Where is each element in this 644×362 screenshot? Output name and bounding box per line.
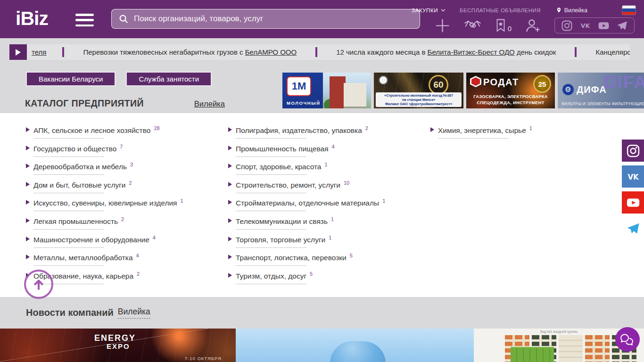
category-item[interactable]: Транспорт, логистика, перевозки5 xyxy=(228,253,426,271)
category-label[interactable]: Транспорт, логистика, перевозки xyxy=(236,254,347,262)
category-item[interactable]: Химия, энергетика, сырье1 xyxy=(430,125,628,144)
language-flag-ru[interactable] xyxy=(622,6,636,15)
category-label[interactable]: Химия, энергетика, сырье xyxy=(438,126,526,134)
search-input[interactable] xyxy=(134,14,413,24)
instagram-icon[interactable] xyxy=(561,20,573,32)
ticker-link[interactable]: БелАМРО ООО xyxy=(245,48,297,56)
category-count: 4 xyxy=(332,144,335,149)
category-item[interactable]: Деревообработка и мебель3 xyxy=(26,162,224,180)
category-label[interactable]: Торговля, торговые услуги xyxy=(236,236,325,244)
event-date: 7-10 ОКТЯБРЯ xyxy=(185,356,222,361)
category-item[interactable]: Полиграфия, издательство, упаковка2 xyxy=(228,125,426,144)
category-label[interactable]: Искусство, сувениры, ювелирные изделия xyxy=(33,199,177,207)
category-item[interactable]: Образование, наука, карьера2 xyxy=(26,271,224,289)
category-label[interactable]: Легкая промышленность xyxy=(33,217,118,225)
youtube-icon[interactable] xyxy=(598,20,610,32)
banner-difa[interactable]: DIFA ⚙ ДИФА ФИЛЬТРЫ И ЭЛЕМЕНТЫ ФИЛЬТРУЮЩ… xyxy=(558,73,644,108)
news-ticker: теляПеревозки тяжеловесных негабаритных … xyxy=(9,44,630,60)
category-label[interactable]: Машиностроение и оборудование xyxy=(33,236,149,244)
catalog-city-link[interactable]: Вилейка xyxy=(194,99,225,108)
free-ads-link[interactable]: БЕСПЛАТНЫЕ ОБЪЯВЛЕНИЯ xyxy=(460,8,541,13)
category-item[interactable]: Стройматериалы, отделочные материалы1 xyxy=(228,198,426,216)
site-logo[interactable]: iBiz xyxy=(16,8,48,30)
category-item[interactable]: Машиностроение и оборудование4 xyxy=(26,235,224,253)
telegram-icon[interactable] xyxy=(616,20,628,32)
category-label[interactable]: Металлы, металлообработка xyxy=(33,254,133,262)
banner-photo xyxy=(323,73,371,108)
news-image-energy-expo[interactable]: ENERGY EXPO 7-10 ОКТЯБРЯ xyxy=(0,329,236,362)
triangle-bullet-icon xyxy=(228,218,232,223)
category-count: 1 xyxy=(329,235,331,240)
login-person-add-icon[interactable] xyxy=(525,18,541,33)
play-icon xyxy=(16,49,21,56)
banner-smp-387[interactable]: 60 лет «Строительно-монтажный поезд №387… xyxy=(374,73,463,108)
news-city-link[interactable]: Вилейка xyxy=(118,307,150,319)
welder-icon xyxy=(470,76,481,87)
vacancy-button[interactable]: Служба занятости xyxy=(126,72,212,86)
category-count: 3 xyxy=(130,162,133,167)
category-item[interactable]: Туризм, отдых, досуг5 xyxy=(228,271,426,289)
category-count: 2 xyxy=(129,180,132,186)
category-item[interactable]: Искусство, сувениры, ювелирные изделия1 xyxy=(26,198,224,216)
category-item[interactable]: Спорт, здоровье, красота1 xyxy=(228,162,426,180)
category-item[interactable]: Промышленность пищевая4 xyxy=(228,144,426,162)
top-links: ЗАКУПКИ БЕСПЛАТНЫЕ ОБЪЯВЛЕНИЯ Вилейка xyxy=(412,6,636,15)
category-label[interactable]: Стройматериалы, отделочные материалы xyxy=(236,199,379,207)
banner-1m-molochny[interactable]: 1М МОЛОЧНЫЙ xyxy=(282,73,371,108)
banner-rodat[interactable]: РОДАТ 25 ГАЗОСВАРКА, ЭЛЕКТРОСВАРКАСПЕЦОД… xyxy=(466,73,555,108)
category-count: 28 xyxy=(154,125,159,131)
ticker-play-button[interactable] xyxy=(9,44,27,60)
category-item[interactable]: Торговля, торговые услуги1 xyxy=(228,235,426,253)
ticker-link[interactable]: Белита-Витэкс-Брест ОДО xyxy=(428,48,515,56)
ticker-item: Канцелярские това xyxy=(577,48,630,56)
ticker-link[interactable]: теля xyxy=(32,48,46,56)
catalog-column-2: Полиграфия, издательство, упаковка2Промы… xyxy=(228,113,426,289)
action-buttons: Вакансии БеларусиСлужба занятости xyxy=(26,72,212,86)
category-item[interactable]: Дом и быт, бытовые услуги2 xyxy=(26,180,224,198)
add-company-icon[interactable] xyxy=(435,18,450,33)
news-image-swimmer[interactable] xyxy=(236,329,474,362)
category-label[interactable]: Туризм, отдых, досуг xyxy=(236,272,306,280)
category-label[interactable]: Дом и быт, бытовые услуги xyxy=(33,181,126,189)
banner-text: ГАЗОСВАРКА, ЭЛЕКТРОСВАРКАСПЕЦОДЕЖДА, ИНС… xyxy=(466,94,555,106)
category-label[interactable]: АПК, сельское и лесное хозяйство xyxy=(33,126,150,134)
scroll-to-top-button[interactable] xyxy=(24,270,53,299)
category-item[interactable]: Государство и общество7 xyxy=(26,144,224,162)
category-divider xyxy=(33,229,104,230)
category-divider xyxy=(236,265,306,266)
vacancy-button[interactable]: Вакансии Беларуси xyxy=(26,72,116,86)
category-item[interactable]: Легкая промышленность2 xyxy=(26,216,224,235)
favorites-bookmark-icon[interactable]: 0 xyxy=(495,18,512,33)
chat-widget-button[interactable] xyxy=(615,327,640,352)
handshake-icon[interactable] xyxy=(464,19,481,32)
category-label[interactable]: Государство и общество xyxy=(33,145,116,153)
telegram-icon[interactable] xyxy=(622,217,644,239)
search-icon xyxy=(118,14,129,24)
category-item[interactable]: АПК, сельское и лесное хозяйство28 xyxy=(26,125,224,144)
category-label[interactable]: Спорт, здоровье, красота xyxy=(236,163,321,171)
triangle-bullet-icon xyxy=(228,182,232,187)
banner-brand-latin: DIFA xyxy=(604,73,644,92)
search-box xyxy=(111,9,420,29)
news-title: Новости компаний xyxy=(26,307,114,318)
category-label[interactable]: Промышленность пищевая xyxy=(236,145,329,153)
category-label[interactable]: Строительство, ремонт, услуги xyxy=(236,181,340,189)
instagram-icon[interactable] xyxy=(622,140,644,162)
purchases-link[interactable]: ЗАКУПКИ xyxy=(412,8,446,13)
category-item[interactable]: Телекоммуникации и связь1 xyxy=(228,216,426,235)
category-item[interactable]: Металлы, металлообработка4 xyxy=(26,253,224,271)
category-divider xyxy=(438,138,509,139)
category-label[interactable]: Телекоммуникации и связь xyxy=(236,217,328,225)
vk-icon[interactable]: VK xyxy=(579,20,591,32)
triangle-bullet-icon xyxy=(228,200,232,205)
category-count: 4 xyxy=(153,235,156,240)
category-label[interactable]: Деревообработка и мебель xyxy=(33,163,127,171)
category-divider xyxy=(236,193,306,193)
city-selector[interactable]: Вилейка xyxy=(556,7,587,14)
category-label[interactable]: Полиграфия, издательство, упаковка xyxy=(236,126,362,134)
vk-icon[interactable]: VK xyxy=(622,165,644,188)
category-divider xyxy=(33,211,104,211)
menu-icon[interactable] xyxy=(75,14,94,26)
youtube-icon[interactable] xyxy=(622,191,644,214)
category-item[interactable]: Строительство, ремонт, услуги10 xyxy=(228,180,426,198)
